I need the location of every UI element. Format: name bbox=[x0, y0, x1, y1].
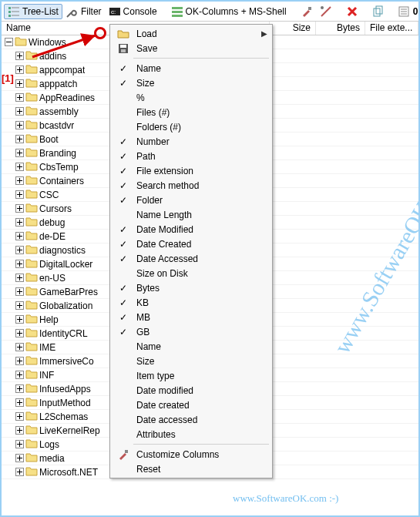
copy-button[interactable] bbox=[369, 4, 388, 19]
menu-item-size[interactable]: ✓Size bbox=[112, 76, 270, 90]
open-folder-icon bbox=[115, 28, 132, 40]
menu-item-gb[interactable]: ✓GB bbox=[112, 324, 270, 339]
menu-item-date-modified[interactable]: ✓Date Modified bbox=[112, 222, 270, 237]
counter-button[interactable]: 0 bbox=[395, 4, 420, 19]
menu-item-search-method[interactable]: ✓Search method bbox=[112, 178, 270, 193]
expand-icon[interactable] bbox=[15, 135, 24, 143]
folder-icon bbox=[25, 202, 38, 215]
expand-icon[interactable] bbox=[15, 190, 24, 199]
expand-icon[interactable] bbox=[15, 343, 24, 351]
menu-item-file-extension[interactable]: ✓File extension bbox=[112, 163, 270, 178]
column-bytes[interactable]: Bytes bbox=[316, 22, 365, 35]
folder-icon bbox=[25, 188, 38, 201]
expand-icon[interactable] bbox=[15, 315, 24, 324]
menu-item-folder[interactable]: ✓Folder bbox=[112, 193, 270, 207]
menu-item-number[interactable]: ✓Number bbox=[112, 134, 270, 149]
expand-icon[interactable] bbox=[15, 398, 24, 407]
menu-item-date-modified[interactable]: Date modified bbox=[112, 383, 270, 398]
expand-icon[interactable] bbox=[15, 329, 24, 337]
tools-icon bbox=[320, 5, 332, 18]
column-size[interactable]: Size bbox=[270, 22, 316, 35]
menu-item-kb[interactable]: ✓KB bbox=[112, 295, 270, 310]
menu-item-folders-[interactable]: Folders (#) bbox=[112, 119, 270, 134]
expand-icon[interactable] bbox=[15, 246, 24, 254]
folder-icon bbox=[25, 327, 38, 340]
folder-label: Boot bbox=[39, 134, 59, 145]
expand-icon[interactable] bbox=[15, 232, 24, 240]
menu-item-path[interactable]: ✓Path bbox=[112, 149, 270, 163]
folder-label: media bbox=[39, 453, 65, 464]
menu-item-label: Search method bbox=[136, 180, 257, 191]
x-icon bbox=[346, 5, 358, 18]
menu-item-date-created[interactable]: ✓Date Created bbox=[112, 237, 270, 251]
menu-item-name[interactable]: ✓Name bbox=[112, 61, 270, 76]
menu-item-attributes[interactable]: Attributes bbox=[112, 427, 270, 441]
expand-icon[interactable] bbox=[15, 204, 24, 213]
column-file-ext[interactable]: File exte... bbox=[365, 22, 418, 35]
expand-icon[interactable] bbox=[15, 301, 24, 310]
expand-icon[interactable] bbox=[15, 287, 24, 296]
expand-icon[interactable] bbox=[15, 107, 24, 116]
expand-icon[interactable] bbox=[15, 260, 24, 268]
check-icon: ✓ bbox=[115, 224, 132, 235]
folder-label: addins bbox=[39, 51, 66, 62]
menu-save[interactable]: Save bbox=[112, 41, 270, 55]
tree-list-button[interactable]: Tree-List bbox=[4, 4, 62, 19]
menu-item-name[interactable]: Name bbox=[112, 339, 270, 354]
menu-item-label: Folders (#) bbox=[136, 122, 257, 133]
menu-item-size[interactable]: Size bbox=[112, 354, 270, 368]
expand-icon[interactable] bbox=[15, 412, 24, 421]
expand-icon[interactable] bbox=[15, 468, 24, 476]
expand-icon[interactable] bbox=[15, 176, 24, 185]
folder-label: LiveKernelRep bbox=[39, 425, 100, 436]
ok-columns-button[interactable]: OK-Columns + MS-Shell bbox=[168, 4, 290, 19]
menu-item-size-on-disk[interactable]: Size on Disk bbox=[112, 266, 270, 280]
expand-icon[interactable] bbox=[15, 371, 24, 379]
tool-button-2[interactable] bbox=[317, 4, 335, 19]
folder-label: bcastdvr bbox=[39, 120, 74, 131]
menu-load[interactable]: Load ▶ bbox=[112, 26, 270, 41]
menu-item--[interactable]: % bbox=[112, 90, 270, 105]
menu-item-files-[interactable]: Files (#) bbox=[112, 105, 270, 119]
menu-item-date-accessed[interactable]: ✓Date Accessed bbox=[112, 251, 270, 266]
delete-button[interactable] bbox=[343, 4, 361, 19]
check-icon: ✓ bbox=[115, 151, 132, 162]
menu-reset[interactable]: Reset bbox=[112, 462, 270, 476]
menu-item-mb[interactable]: ✓MB bbox=[112, 310, 270, 324]
filter-button[interactable]: Filter bbox=[63, 4, 105, 19]
ok-columns-icon bbox=[171, 5, 183, 18]
expand-icon[interactable] bbox=[15, 454, 24, 462]
expand-icon[interactable] bbox=[15, 218, 24, 227]
folder-icon bbox=[25, 243, 38, 257]
menu-item-date-accessed[interactable]: Date accessed bbox=[112, 412, 270, 427]
expand-icon[interactable] bbox=[15, 52, 24, 60]
expand-icon[interactable] bbox=[15, 384, 24, 393]
expand-icon[interactable] bbox=[15, 79, 24, 88]
menu-item-date-created[interactable]: Date created bbox=[112, 398, 270, 412]
expand-icon[interactable] bbox=[15, 274, 24, 282]
expand-icon[interactable] bbox=[15, 93, 24, 102]
expand-icon[interactable] bbox=[15, 121, 24, 129]
folder-label: Cursors bbox=[39, 203, 72, 214]
expand-icon[interactable] bbox=[15, 163, 24, 171]
expand-icon[interactable] bbox=[5, 38, 13, 46]
menu-item-bytes[interactable]: ✓Bytes bbox=[112, 280, 270, 295]
folder-icon bbox=[25, 257, 38, 270]
folder-label: diagnostics bbox=[39, 245, 86, 256]
menu-item-name-length[interactable]: Name Length bbox=[112, 207, 270, 222]
save-disk-icon bbox=[115, 42, 132, 55]
svg-rect-9 bbox=[172, 11, 183, 13]
expand-icon[interactable] bbox=[15, 149, 24, 157]
console-label: Console bbox=[123, 6, 157, 17]
expand-icon[interactable] bbox=[15, 65, 24, 74]
tool-button-1[interactable] bbox=[297, 4, 316, 19]
menu-item-label: Date Modified bbox=[136, 224, 257, 235]
menu-customize-columns[interactable]: Customize Columns bbox=[112, 447, 270, 462]
menu-item-item-type[interactable]: Item type bbox=[112, 368, 270, 383]
folder-icon bbox=[25, 341, 38, 354]
expand-icon[interactable] bbox=[15, 426, 24, 435]
expand-icon[interactable] bbox=[15, 357, 24, 365]
svg-rect-0 bbox=[8, 7, 11, 9]
console-button[interactable]: c: Console bbox=[106, 4, 160, 19]
expand-icon[interactable] bbox=[15, 440, 24, 448]
